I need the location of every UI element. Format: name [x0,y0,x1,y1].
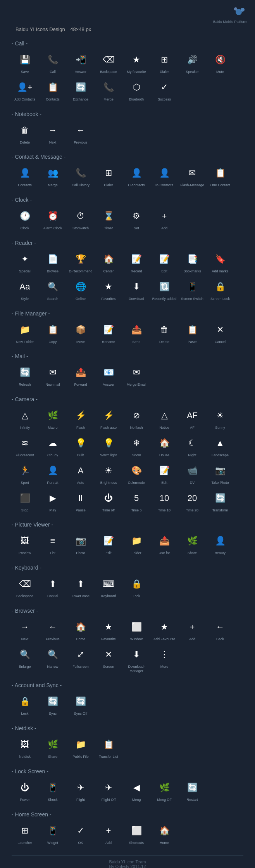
icon-item-browser-6[interactable]: +Add [179,618,205,641]
icon-item-keyboard-3[interactable]: ⌨Keyboard [95,575,122,598]
icon-item-call-0[interactable]: 💾Save [12,50,38,74]
icon-item-pictureviewer-6[interactable]: 🌿Share [179,532,205,555]
icon-item-call-9[interactable]: 📋Contacts [40,78,66,102]
icon-item-camera-23[interactable]: 📷Take Photo [207,461,233,485]
icon-item-camera-19[interactable]: ☀Brightness [95,461,122,485]
icon-item-netdisk-0[interactable]: 🖼Netdisk [12,735,38,759]
icon-item-pictureviewer-7[interactable]: 👤Beauty [207,532,233,555]
icon-item-reader-13[interactable]: 🔃Recently added [151,277,177,301]
icon-item-filemanager-0[interactable]: 📁New Folder [12,321,38,344]
icon-item-reader-5[interactable]: 📝Edit [151,250,177,274]
icon-item-filemanager-2[interactable]: 📦Move [67,321,94,344]
icon-item-camera-9[interactable]: ☁Cloudy [40,434,66,457]
icon-item-notebook-2[interactable]: ←Previous [67,121,94,145]
icon-item-camera-24[interactable]: ⬛Stop [12,489,38,513]
icon-item-browser-3[interactable]: ★Favourite [95,618,122,641]
icon-item-camera-12[interactable]: ❄Snow [123,434,150,457]
icon-item-accountsync-1[interactable]: 🔄Sync [40,692,66,716]
icon-item-pictureviewer-2[interactable]: 📷Photo [67,532,94,555]
icon-item-contact-4[interactable]: 👤C-contacts [123,164,150,187]
icon-item-camera-13[interactable]: 🏠House [151,434,177,457]
icon-item-keyboard-4[interactable]: 🔒Lock [123,575,150,598]
icon-item-camera-29[interactable]: 10Time 10 [151,489,177,513]
icon-item-reader-6[interactable]: 📑Bookmarks [179,250,205,274]
icon-item-camera-10[interactable]: 💡Bulb [67,434,94,457]
icon-item-reader-9[interactable]: 🔍Search [40,277,66,301]
icon-item-reader-1[interactable]: 📄Browse [40,250,66,274]
icon-item-camera-15[interactable]: ▲Landscape [207,434,233,457]
icon-item-reader-11[interactable]: ★Favorites [95,277,122,301]
icon-item-call-13[interactable]: ✓Success [151,78,177,102]
icon-item-keyboard-1[interactable]: ⬆Capital [40,575,66,598]
icon-item-browser-9[interactable]: 🔍Narrow [40,645,66,673]
icon-item-accountsync-0[interactable]: 🔒Lock [12,692,38,716]
icon-item-browser-7[interactable]: ←Back [207,618,233,641]
icon-item-camera-4[interactable]: ⊘No flash [123,406,150,430]
icon-item-camera-3[interactable]: ⚡Flash auto [95,406,122,430]
icon-item-mail-3[interactable]: 📧Answer [95,363,122,387]
icon-item-mail-2[interactable]: 📤Forward [67,363,94,387]
icon-item-filemanager-1[interactable]: 📋Copy [40,321,66,344]
icon-item-call-5[interactable]: ⊞Dialer [151,50,177,74]
icon-item-homescreen-1[interactable]: 📱Widget [40,821,66,845]
icon-item-browser-12[interactable]: ⬇Download-Manager [123,645,150,673]
icon-item-clock-5[interactable]: +Add [151,207,177,230]
icon-item-clock-2[interactable]: ⏱Stopwatch [67,207,94,230]
icon-item-browser-8[interactable]: 🔍Enlarge [12,645,38,673]
icon-item-clock-3[interactable]: ⌛Timer [95,207,122,230]
icon-item-browser-0[interactable]: →Next [12,618,38,641]
icon-item-camera-5[interactable]: △Notice [151,406,177,430]
icon-item-contact-2[interactable]: 📞Call History [67,164,94,187]
icon-item-contact-1[interactable]: 👥Merge [40,164,66,187]
icon-item-clock-0[interactable]: 🕐Clock [12,207,38,230]
icon-item-camera-20[interactable]: 🎨Colormode [123,461,150,485]
icon-item-camera-7[interactable]: ☀Sunny [207,406,233,430]
icon-item-call-12[interactable]: ⬡Bluetooth [123,78,150,102]
icon-item-contact-3[interactable]: ⊞Dialer [95,164,122,187]
icon-item-camera-21[interactable]: 📝Edit [151,461,177,485]
icon-item-call-2[interactable]: 📲Answer [67,50,94,74]
icon-item-lockscreen-4[interactable]: ◀Meng [123,778,150,802]
icon-item-reader-7[interactable]: 🔖Add marks [207,250,233,274]
icon-item-browser-10[interactable]: ⤢Fullscreen [67,645,94,673]
icon-item-reader-10[interactable]: 🌐Online [67,277,94,301]
icon-item-pictureviewer-1[interactable]: ≡List [40,532,66,555]
icon-item-browser-5[interactable]: ★Add Favourite [151,618,177,641]
icon-item-netdisk-1[interactable]: 🌿Share [40,735,66,759]
icon-item-contact-7[interactable]: 📋One Contact [207,164,233,187]
icon-item-lockscreen-1[interactable]: 📱Shock [40,778,66,802]
icon-item-camera-31[interactable]: 🔄Transform [207,489,233,513]
icon-item-lockscreen-2[interactable]: ✈Flight [67,778,94,802]
icon-item-keyboard-0[interactable]: ⌫Backspace [12,575,38,598]
icon-item-browser-4[interactable]: ⬜Window [123,618,150,641]
icon-item-camera-1[interactable]: 🌿Macro [40,406,66,430]
icon-item-homescreen-3[interactable]: +Add [95,821,122,845]
icon-item-camera-18[interactable]: AAuto [67,461,94,485]
icon-item-accountsync-2[interactable]: 🔄Sync Off [67,692,94,716]
icon-item-camera-8[interactable]: ≋Fluorescent [12,434,38,457]
icon-item-call-10[interactable]: 🔄Exchange [67,78,94,102]
icon-item-call-7[interactable]: 🔇Mute [207,50,233,74]
icon-item-call-11[interactable]: 📞Merge [95,78,122,102]
icon-item-browser-2[interactable]: 🏠Home [67,618,94,641]
icon-item-filemanager-7[interactable]: ✕Cancel [207,321,233,344]
icon-item-call-8[interactable]: 👤+Add Contacts [12,78,38,102]
icon-item-camera-27[interactable]: ⏻Time off [95,489,122,513]
icon-item-camera-16[interactable]: 🏃Sport [12,461,38,485]
icon-item-reader-2[interactable]: 🏆D-Recommend [67,250,94,274]
icon-item-homescreen-0[interactable]: ⊞Launcher [12,821,38,845]
icon-item-reader-15[interactable]: 🔒Screen Lock [207,277,233,301]
icon-item-clock-1[interactable]: ⏰Alarm Clock [40,207,66,230]
icon-item-camera-28[interactable]: 5Time 5 [123,489,150,513]
icon-item-lockscreen-5[interactable]: 🌿Meng Off [151,778,177,802]
icon-item-camera-14[interactable]: ☾Night [179,434,205,457]
icon-item-call-6[interactable]: 🔊Speaker [179,50,205,74]
icon-item-browser-13[interactable]: ⋮More [151,645,177,673]
icon-item-call-4[interactable]: ★My favourite [123,50,150,74]
icon-item-lockscreen-0[interactable]: ⏻Power [12,778,38,802]
icon-item-camera-22[interactable]: 📹DV [179,461,205,485]
icon-item-lockscreen-3[interactable]: ✈Flight Off [95,778,122,802]
icon-item-reader-14[interactable]: 📱Screen Switch [179,277,205,301]
icon-item-browser-1[interactable]: ←Previous [40,618,66,641]
icon-item-reader-0[interactable]: ✦Special [12,250,38,274]
